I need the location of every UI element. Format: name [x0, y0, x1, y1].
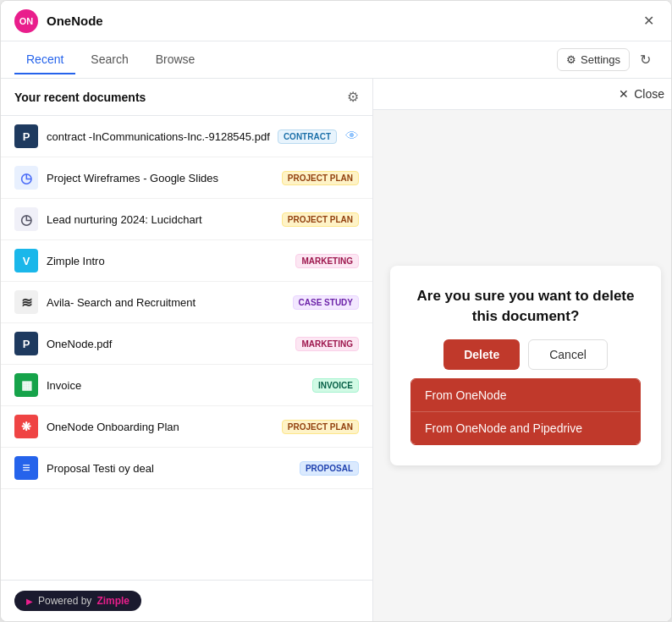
- doc-name: Project Wireframes - Google Slides: [47, 172, 218, 184]
- close-label: Close: [634, 87, 664, 101]
- delete-dialog: Are you sure you want to delete this doc…: [390, 266, 661, 466]
- logo-initials: ON: [19, 16, 34, 26]
- list-item[interactable]: ≡ Proposal Testi oy deal PROPOSAL: [1, 448, 372, 489]
- close-panel-button[interactable]: ✕ Close: [619, 87, 664, 101]
- doc-tag-project-plan: PROJECT PLAN: [282, 420, 359, 434]
- refresh-button[interactable]: ↻: [633, 48, 658, 71]
- tab-recent[interactable]: Recent: [14, 46, 75, 74]
- delete-button[interactable]: Delete: [443, 339, 520, 370]
- doc-name: Zimple Intro: [47, 255, 105, 267]
- tab-search[interactable]: Search: [79, 46, 140, 74]
- doc-icon-slides: ◷: [14, 166, 38, 190]
- doc-info: Proposal Testi oy deal: [47, 460, 286, 476]
- doc-info: Project Wireframes - Google Slides: [47, 170, 268, 185]
- footer: ▶ Powered by Zimple: [1, 580, 372, 621]
- doc-info: Invoice: [47, 377, 299, 393]
- doc-icon-onboarding: ❋: [14, 415, 38, 438]
- doc-info: contract -InCommunications-Inc.-9128545.…: [47, 129, 264, 144]
- window-close-button[interactable]: ✕: [640, 9, 658, 32]
- doc-icon-proposal: ≡: [14, 456, 38, 480]
- right-panel: ✕ Close Are you sure you want to delete …: [373, 79, 671, 621]
- eye-icon[interactable]: 👁: [345, 129, 359, 144]
- doc-tag-project-plan: PROJECT PLAN: [282, 171, 359, 185]
- doc-tag-contract: CONTRACT: [278, 129, 337, 144]
- doc-tag-case-study: CASE STUDY: [293, 295, 359, 310]
- doc-icon-pdf: P: [14, 124, 38, 148]
- app-window: ON OneNode ✕ Recent Search Browse ⚙ Sett…: [0, 0, 672, 622]
- close-x-icon: ✕: [619, 87, 629, 101]
- list-item[interactable]: ◷ Project Wireframes - Google Slides PRO…: [1, 157, 372, 199]
- doc-icon-lucid: ◷: [14, 207, 38, 231]
- powered-by-badge: ▶ Powered by Zimple: [14, 591, 141, 611]
- title-bar-left: ON OneNode: [14, 9, 103, 33]
- tabs-row: Recent Search Browse ⚙ Settings ↻: [1, 41, 671, 79]
- doc-name: Avila- Search and Recruitment: [47, 296, 196, 309]
- delete-options: From OneNode From OneNode and Pipedrive: [410, 378, 641, 445]
- doc-info: OneNode Onboarding Plan: [47, 419, 268, 434]
- right-content: Are you sure you want to delete this doc…: [373, 110, 671, 621]
- doc-icon-marketing-pdf: P: [14, 332, 38, 355]
- left-panel: Your recent documents ⚙ P contract -InCo…: [1, 79, 373, 621]
- panel-header: Your recent documents ⚙: [1, 79, 372, 116]
- settings-label: Settings: [581, 53, 620, 66]
- delete-from-onenode-and-pipedrive-button[interactable]: From OneNode and Pipedrive: [411, 412, 640, 444]
- right-header: ✕ Close: [373, 79, 671, 110]
- doc-name: Lead nurturing 2024: Lucidchart: [47, 213, 202, 226]
- doc-name: Proposal Testi oy deal: [47, 462, 154, 475]
- doc-info: Zimple Intro: [47, 253, 282, 268]
- list-item[interactable]: ▦ Invoice INVOICE: [1, 365, 372, 406]
- doc-tag-invoice: INVOICE: [312, 378, 359, 393]
- play-icon: ▶: [26, 597, 33, 606]
- list-item[interactable]: V Zimple Intro MARKETING: [1, 240, 372, 282]
- doc-info: Avila- Search and Recruitment: [47, 294, 279, 310]
- list-item[interactable]: ❋ OneNode Onboarding Plan PROJECT PLAN: [1, 406, 372, 448]
- gear-icon: ⚙: [566, 53, 576, 66]
- doc-icon-wave: ≋: [14, 290, 38, 314]
- doc-info: OneNode.pdf: [47, 336, 282, 351]
- main-content: Your recent documents ⚙ P contract -InCo…: [1, 79, 671, 621]
- doc-name: Invoice: [47, 379, 81, 392]
- list-item[interactable]: ◷ Lead nurturing 2024: Lucidchart PROJEC…: [1, 199, 372, 240]
- delete-actions-row: Delete Cancel: [410, 339, 641, 370]
- settings-button[interactable]: ⚙ Settings: [557, 48, 630, 71]
- doc-tag-marketing: MARKETING: [295, 337, 359, 351]
- list-item[interactable]: ≋ Avila- Search and Recruitment CASE STU…: [1, 282, 372, 323]
- delete-dialog-title: Are you sure you want to delete this doc…: [410, 286, 641, 327]
- doc-icon-vimeo: V: [14, 249, 38, 272]
- delete-from-onenode-button[interactable]: From OneNode: [411, 379, 640, 412]
- list-item[interactable]: P contract -InCommunications-Inc.-912854…: [1, 116, 372, 157]
- doc-name: OneNode Onboarding Plan: [47, 421, 179, 433]
- panel-settings-button[interactable]: ⚙: [347, 89, 359, 105]
- app-logo: ON: [14, 9, 38, 33]
- doc-name: contract -InCommunications-Inc.-9128545.…: [47, 130, 270, 143]
- doc-tag-marketing: MARKETING: [295, 254, 359, 268]
- powered-by-text: Powered by: [38, 595, 91, 607]
- list-item[interactable]: P OneNode.pdf MARKETING: [1, 323, 372, 365]
- doc-tag-proposal: PROPOSAL: [300, 461, 359, 476]
- doc-icon-invoice: ▦: [14, 373, 38, 397]
- brand-name: Zimple: [96, 595, 129, 607]
- panel-title: Your recent documents: [14, 91, 146, 104]
- app-title: OneNode: [47, 14, 103, 28]
- doc-tag-project-plan: PROJECT PLAN: [282, 212, 359, 227]
- tab-browse[interactable]: Browse: [144, 46, 207, 74]
- cancel-button[interactable]: Cancel: [528, 339, 608, 370]
- title-bar: ON OneNode ✕: [1, 1, 671, 41]
- doc-name: OneNode.pdf: [47, 338, 112, 350]
- doc-info: Lead nurturing 2024: Lucidchart: [47, 212, 268, 227]
- document-list: P contract -InCommunications-Inc.-912854…: [1, 116, 372, 580]
